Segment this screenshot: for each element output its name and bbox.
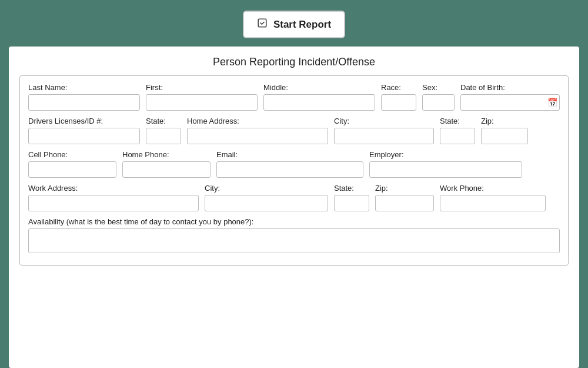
label-city-work: City: [205, 184, 328, 193]
dob-wrapper: 📅 [460, 94, 560, 111]
field-dl: Drivers Licenses/ID #: [28, 117, 140, 144]
field-city: City: [334, 117, 434, 144]
input-homeaddr[interactable] [187, 128, 328, 144]
field-zip: Zip: [481, 117, 528, 144]
label-zip: Zip: [481, 117, 528, 125]
field-homeaddr: Home Address: [187, 117, 328, 144]
field-state2: State: [440, 117, 475, 144]
input-state2[interactable] [440, 128, 475, 144]
label-dl: Drivers Licenses/ID #: [28, 117, 140, 125]
form-row-3: Cell Phone: Home Phone: Email: Employer: [28, 150, 560, 178]
section-title: Person Reporting Incident/Offense [19, 56, 569, 68]
field-employer: Employer: [369, 150, 522, 178]
input-cellphone[interactable] [28, 161, 116, 178]
input-email[interactable] [216, 161, 363, 178]
input-first[interactable] [146, 94, 258, 111]
main-content: Person Reporting Incident/Offense Last N… [9, 47, 579, 368]
label-email: Email: [216, 150, 363, 159]
edit-icon [257, 18, 268, 31]
label-homephone: Home Phone: [122, 150, 211, 159]
field-lastname: Last Name: [28, 83, 140, 111]
input-city[interactable] [334, 128, 434, 144]
form-row-4: Work Address: City: State: Zip: Work Pho… [28, 184, 560, 211]
input-homephone[interactable] [122, 161, 211, 178]
start-report-button[interactable]: Start Report [243, 11, 345, 38]
label-state-work: State: [334, 184, 369, 193]
input-race[interactable] [381, 94, 416, 111]
field-availability: Availability (what is the best time of d… [28, 217, 560, 253]
field-cellphone: Cell Phone: [28, 150, 116, 178]
field-zip-work: Zip: [375, 184, 434, 211]
label-first: First: [146, 83, 258, 92]
label-state-dl: State: [146, 117, 181, 125]
field-middle: Middle: [263, 83, 375, 111]
field-homephone: Home Phone: [122, 150, 211, 178]
field-state-work: State: [334, 184, 369, 211]
label-workphone: Work Phone: [440, 184, 546, 193]
input-city-work[interactable] [205, 195, 328, 211]
label-homeaddr: Home Address: [187, 117, 328, 125]
input-zip-work[interactable] [375, 195, 434, 211]
label-dob: Date of Birth: [460, 83, 560, 92]
input-employer[interactable] [369, 161, 522, 178]
label-availability: Availability (what is the best time of d… [28, 217, 560, 226]
label-state2: State: [440, 117, 475, 125]
field-state-dl: State: [146, 117, 181, 144]
input-middle[interactable] [263, 94, 375, 111]
field-sex: Sex: [422, 83, 455, 111]
label-workaddr: Work Address: [28, 184, 199, 193]
field-race: Race: [381, 83, 416, 111]
label-city: City: [334, 117, 434, 125]
input-zip[interactable] [481, 128, 528, 144]
input-workaddr[interactable] [28, 195, 199, 211]
form-container: Last Name: First: Middle: Race: Sex: Dat… [19, 75, 569, 266]
label-zip-work: Zip: [375, 184, 434, 193]
field-dob: Date of Birth: 📅 [460, 83, 560, 111]
label-lastname: Last Name: [28, 83, 140, 92]
field-workphone: Work Phone: [440, 184, 546, 211]
input-workphone[interactable] [440, 195, 546, 211]
label-cellphone: Cell Phone: [28, 150, 116, 159]
field-city-work: City: [205, 184, 328, 211]
input-availability[interactable] [28, 228, 560, 253]
input-dl[interactable] [28, 128, 140, 144]
label-race: Race: [381, 83, 416, 92]
input-sex[interactable] [422, 94, 455, 111]
form-row-2: Drivers Licenses/ID #: State: Home Addre… [28, 117, 560, 144]
form-row-1: Last Name: First: Middle: Race: Sex: Dat… [28, 83, 560, 111]
input-state-work[interactable] [334, 195, 369, 211]
label-sex: Sex: [422, 83, 455, 92]
svg-rect-0 [258, 19, 266, 27]
field-first: First: [146, 83, 258, 111]
top-bar: Start Report [0, 0, 588, 47]
input-state-dl[interactable] [146, 128, 181, 144]
field-email: Email: [216, 150, 363, 178]
form-row-5: Availability (what is the best time of d… [28, 217, 560, 253]
label-employer: Employer: [369, 150, 522, 159]
input-dob[interactable] [460, 94, 560, 111]
field-workaddr: Work Address: [28, 184, 199, 211]
label-middle: Middle: [263, 83, 375, 92]
input-lastname[interactable] [28, 94, 140, 111]
start-report-label: Start Report [273, 19, 331, 31]
